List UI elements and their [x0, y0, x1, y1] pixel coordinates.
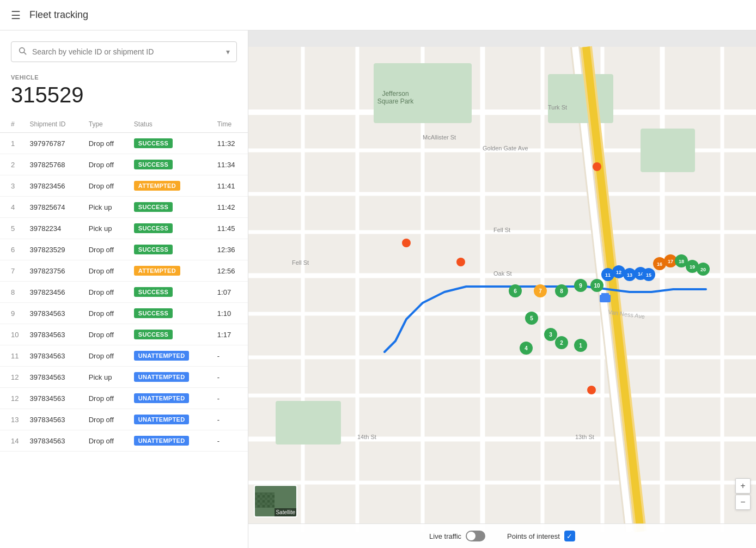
search-icon: [18, 46, 27, 57]
row-status: SUCCESS: [129, 218, 212, 239]
row-shipment-id: 397823456: [24, 282, 83, 303]
svg-text:Oak St: Oak St: [493, 270, 512, 277]
satellite-label: Satellite: [275, 508, 296, 516]
row-type: Drop off: [83, 260, 129, 282]
row-type: Drop off: [83, 175, 129, 197]
row-num: 7: [0, 260, 24, 282]
row-time: -: [212, 409, 248, 430]
svg-text:13: 13: [627, 272, 632, 278]
svg-rect-25: [548, 74, 613, 123]
row-time: 1:07: [212, 282, 248, 303]
table-row[interactable]: 10 397834563 Drop off SUCCESS 1:17: [0, 324, 248, 345]
row-num: 14: [0, 430, 24, 452]
row-shipment-id: 397834563: [24, 367, 83, 388]
satellite-thumbnail[interactable]: Satellite: [254, 485, 297, 517]
table-row[interactable]: 12 397834563 Drop off UNATTEMPTED -: [0, 388, 248, 409]
svg-rect-24: [276, 401, 341, 445]
row-status: SUCCESS: [129, 197, 212, 218]
row-type: Pick up: [83, 218, 129, 239]
row-time: 1:10: [212, 303, 248, 324]
live-traffic-toggle[interactable]: Live traffic: [429, 531, 485, 541]
app-title: Fleet tracking: [29, 9, 88, 21]
search-input[interactable]: [32, 47, 226, 56]
svg-text:4: 4: [525, 345, 528, 351]
map-container: 1 2 3 4 5: [248, 31, 756, 548]
row-time: -: [212, 345, 248, 367]
status-badge: SUCCESS: [134, 223, 173, 233]
map-controls: + −: [735, 478, 751, 510]
svg-text:10: 10: [594, 283, 600, 289]
table-row[interactable]: 5 39782234 Pick up SUCCESS 11:45: [0, 218, 248, 239]
poi-toggle[interactable]: Points of interest ✓: [507, 531, 575, 541]
table-row[interactable]: 2 397825768 Drop off SUCCESS 11:34: [0, 154, 248, 175]
row-num: 12: [0, 388, 24, 409]
status-badge: ATTEMPTED: [134, 266, 180, 276]
search-container: ▾: [0, 31, 248, 69]
row-type: Drop off: [83, 282, 129, 303]
col-header-num: #: [0, 116, 24, 133]
poi-label: Points of interest: [507, 532, 560, 540]
row-status: ATTEMPTED: [129, 175, 212, 197]
svg-rect-107: [255, 492, 275, 507]
zoom-out-button[interactable]: −: [735, 495, 751, 510]
row-num: 4: [0, 197, 24, 218]
svg-text:5: 5: [530, 315, 533, 321]
svg-rect-26: [641, 129, 695, 172]
status-badge: UNATTEMPTED: [134, 351, 190, 361]
row-type: Drop off: [83, 154, 129, 175]
svg-text:9: 9: [579, 283, 582, 289]
sidebar: ▾ VEHICLE 315529 # Shipment ID Type Stat…: [0, 31, 248, 548]
row-shipment-id: 397825768: [24, 154, 83, 175]
row-shipment-id: 397823456: [24, 175, 83, 197]
svg-line-1: [24, 52, 26, 54]
svg-text:13th St: 13th St: [575, 434, 594, 440]
svg-text:12: 12: [616, 270, 621, 275]
row-num: 8: [0, 282, 24, 303]
live-traffic-pill[interactable]: [466, 531, 485, 541]
search-box[interactable]: ▾: [11, 41, 237, 62]
status-badge: UNATTEMPTED: [134, 393, 190, 403]
row-time: 11:41: [212, 175, 248, 197]
col-header-time: Time: [212, 116, 248, 133]
row-shipment-id: 397834563: [24, 430, 83, 452]
row-status: UNATTEMPTED: [129, 409, 212, 430]
row-type: Drop off: [83, 388, 129, 409]
svg-text:16: 16: [657, 261, 662, 267]
zoom-in-button[interactable]: +: [735, 478, 751, 494]
table-row[interactable]: 1 397976787 Drop off SUCCESS 11:32: [0, 133, 248, 154]
vehicle-label: VEHICLE: [0, 74, 248, 81]
svg-text:3: 3: [549, 332, 552, 338]
table-row[interactable]: 11 397834563 Drop off UNATTEMPTED -: [0, 345, 248, 367]
top-bar: ☰ Fleet tracking: [0, 0, 756, 31]
table-row[interactable]: 13 397834563 Drop off UNATTEMPTED -: [0, 409, 248, 430]
table-row[interactable]: 8 397823456 Drop off SUCCESS 1:07: [0, 282, 248, 303]
table-row[interactable]: 7 397823756 Drop off ATTEMPTED 12:56: [0, 260, 248, 282]
status-badge: SUCCESS: [134, 160, 173, 169]
row-type: Pick up: [83, 367, 129, 388]
row-status: UNATTEMPTED: [129, 430, 212, 452]
search-dropdown-arrow-icon[interactable]: ▾: [226, 47, 230, 56]
status-badge: UNATTEMPTED: [134, 436, 190, 446]
table-row[interactable]: 9 397834563 Drop off SUCCESS 1:10: [0, 303, 248, 324]
map-view[interactable]: 1 2 3 4 5: [248, 31, 756, 548]
table-row[interactable]: 4 397825674 Pick up SUCCESS 11:42: [0, 197, 248, 218]
table-row[interactable]: 3 397823456 Drop off ATTEMPTED 11:41: [0, 175, 248, 197]
poi-check-icon[interactable]: ✓: [564, 531, 575, 541]
table-row[interactable]: 12 397834563 Pick up UNATTEMPTED -: [0, 367, 248, 388]
row-status: UNATTEMPTED: [129, 345, 212, 367]
svg-text:2: 2: [560, 340, 563, 346]
svg-text:Jefferson: Jefferson: [382, 90, 409, 98]
svg-text:Golden Gate Ave: Golden Gate Ave: [483, 145, 528, 151]
status-badge: SUCCESS: [134, 202, 173, 212]
table-row[interactable]: 14 397834563 Drop off UNATTEMPTED -: [0, 430, 248, 452]
row-type: Drop off: [83, 409, 129, 430]
row-status: UNATTEMPTED: [129, 367, 212, 388]
row-num: 9: [0, 303, 24, 324]
row-num: 3: [0, 175, 24, 197]
row-shipment-id: 397834563: [24, 345, 83, 367]
row-num: 5: [0, 218, 24, 239]
table-row[interactable]: 6 397823529 Drop off SUCCESS 12:36: [0, 239, 248, 260]
menu-icon[interactable]: ☰: [11, 9, 21, 22]
row-type: Drop off: [83, 133, 129, 154]
row-status: SUCCESS: [129, 154, 212, 175]
